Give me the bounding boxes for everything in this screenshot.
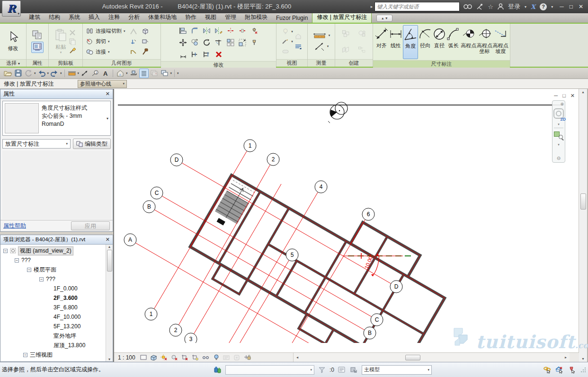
delete-icon[interactable]	[214, 51, 223, 58]
qat-section-icon[interactable]	[129, 69, 138, 78]
select-links-icon[interactable]	[543, 365, 552, 375]
tab-structure[interactable]: 结构	[45, 12, 64, 23]
redo-icon[interactable]	[50, 69, 59, 78]
collapse-box[interactable]: −	[23, 353, 27, 357]
tab-fuzor-plugin[interactable]: Fuzor Plugin	[272, 14, 312, 23]
open-icon[interactable]	[3, 69, 12, 78]
cope-label[interactable]: 连接端切割	[96, 27, 122, 35]
cut-geometry-icon[interactable]	[86, 38, 94, 45]
undo-dropdown-icon[interactable]: ▾	[47, 71, 49, 75]
sync-dropdown-icon[interactable]: ▾	[34, 71, 36, 75]
tab-annotate[interactable]: 注释	[104, 12, 124, 23]
pin-icon[interactable]	[250, 39, 258, 46]
design-option-combo[interactable]: 主模型▾	[362, 365, 432, 375]
stair[interactable]	[211, 180, 255, 231]
properties-help-link[interactable]: 属性帮助	[3, 222, 26, 230]
browser-scroll-thumb[interactable]	[107, 250, 112, 272]
tree-node-level[interactable]: 屋顶_13.800	[0, 341, 106, 350]
tab-addins[interactable]: 附加模块	[241, 12, 272, 23]
qat-customize-icon[interactable]: ▾	[177, 71, 179, 75]
close-button[interactable]: ✕	[579, 3, 583, 10]
qat-text-icon[interactable]: A	[101, 69, 110, 78]
application-menu-button[interactable]: R ▾	[2, 0, 21, 17]
signin-label[interactable]: 登录	[508, 2, 520, 11]
copy-icon[interactable]	[69, 38, 77, 45]
view-restore-icon[interactable]: □	[562, 93, 566, 99]
hscroll-thumb[interactable]	[405, 355, 420, 360]
shadows-icon[interactable]	[170, 353, 179, 361]
unpin-icon[interactable]	[250, 27, 258, 35]
tree-node-subcategory[interactable]: −???	[0, 274, 106, 284]
sun-path-icon[interactable]	[160, 353, 169, 361]
tab-analyze[interactable]: 分析	[124, 12, 144, 23]
show-crop-icon[interactable]	[191, 353, 200, 361]
tree-node-3dviews[interactable]: −三维视图	[0, 350, 106, 359]
tree-node-3d-child[interactable]: +???	[0, 359, 106, 361]
dimension-icon[interactable]	[314, 42, 325, 51]
sync-icon[interactable]	[24, 69, 33, 78]
match-type-icon[interactable]	[69, 47, 77, 54]
unjoin-icon[interactable]	[130, 48, 138, 55]
paste-icon[interactable]	[55, 29, 67, 42]
measure-icon[interactable]	[312, 32, 327, 39]
align-icon[interactable]	[179, 27, 187, 35]
temporary-view-properties-icon[interactable]	[233, 353, 241, 361]
select-pinned-icon[interactable]	[567, 365, 577, 375]
beam-joins-icon[interactable]	[130, 38, 138, 45]
zoom-dropdown-icon[interactable]: ▾	[558, 143, 560, 147]
browser-scrollbar[interactable]: ▴ ▾	[106, 245, 113, 361]
grid-lines[interactable]	[130, 146, 396, 343]
grid-bubbles[interactable]: 1 2 4 6 5 D C B A 1 2 3 D C B	[124, 140, 402, 343]
exchange-apps-icon[interactable]: X	[531, 3, 535, 10]
spot-coordinate-button[interactable]: 高程点 坐标	[477, 25, 493, 59]
resize-grip[interactable]	[580, 367, 586, 373]
view-close-icon[interactable]: ✕	[570, 93, 575, 99]
hscroll-right-icon[interactable]: ▸	[562, 355, 570, 359]
tab-modify-place-dimension[interactable]: 修改 | 放置尺寸标注	[312, 12, 372, 23]
redo-dropdown-icon[interactable]: ▾	[60, 71, 62, 75]
panel-select-footer[interactable]: 选择 ▾	[0, 59, 26, 67]
edit-type-button[interactable]: 编辑类型	[73, 139, 111, 149]
reveal-constraints-icon[interactable]	[243, 353, 252, 361]
collapse-box[interactable]: −	[27, 268, 31, 272]
help-icon[interactable]: ?	[540, 3, 547, 10]
signin-dropdown-icon[interactable]: ▾	[525, 5, 526, 9]
modify-button-label[interactable]: 修改	[8, 45, 18, 52]
qat-measure-icon[interactable]	[67, 69, 77, 78]
spot-slope-button[interactable]: 高程点 坡度	[492, 25, 508, 59]
tab-systems[interactable]: 系统	[64, 12, 84, 23]
project-browser-close-icon[interactable]: ✕	[106, 237, 110, 243]
tree-node-level[interactable]: 3F_6.800	[0, 303, 106, 312]
detail-level-icon[interactable]	[139, 353, 148, 361]
select-underlay-icon[interactable]	[555, 365, 564, 375]
tree-node-level[interactable]: 室外地坪	[0, 331, 106, 341]
search-expand-icon[interactable]: ▸	[371, 4, 373, 9]
view-minimize-icon[interactable]: ─	[554, 93, 558, 99]
dim-aligned-button[interactable]: 对齐	[374, 25, 389, 59]
qat-measure-dropdown-icon[interactable]: ▾	[78, 71, 80, 75]
apply-coping-icon[interactable]	[141, 38, 149, 45]
move-icon[interactable]	[179, 39, 187, 46]
wall-joins-icon[interactable]	[130, 28, 138, 35]
type-selector[interactable]: 角度尺寸标注样式 实心箭头 - 3mm RomanD ▾	[2, 101, 111, 136]
qat-3d-view-icon[interactable]	[116, 69, 125, 78]
vscroll-up-icon[interactable]: ▴	[582, 90, 584, 94]
collapse-box[interactable]: −	[39, 277, 44, 281]
undo-icon[interactable]	[37, 69, 46, 78]
browser-scroll-down-icon[interactable]: ▾	[108, 357, 110, 361]
navbar-minimize-icon[interactable]: ⊖	[557, 156, 561, 161]
cut-profile-icon[interactable]	[141, 28, 149, 35]
save-icon[interactable]	[13, 69, 23, 78]
steering-wheel-icon[interactable]	[281, 48, 289, 55]
dim-linear-button[interactable]: 线性	[389, 25, 403, 59]
floor-plan-drawing[interactable]: 10.00° 1 2 4 6 5 D C B A 1 2	[114, 89, 579, 343]
zoom-region-icon[interactable]	[554, 131, 563, 139]
properties-palette-toggle[interactable]	[31, 42, 44, 53]
qat-dimension-icon[interactable]	[80, 69, 89, 78]
create-assembly-icon[interactable]	[342, 46, 350, 53]
qat-3d-dropdown-icon[interactable]: ▾	[126, 71, 128, 75]
navbar-close-icon[interactable]: ⊗	[560, 102, 564, 106]
properties-header[interactable]: 属性 ✕	[0, 89, 113, 99]
split-with-gap-icon[interactable]	[238, 27, 246, 35]
minimize-button[interactable]: ─	[560, 3, 564, 10]
